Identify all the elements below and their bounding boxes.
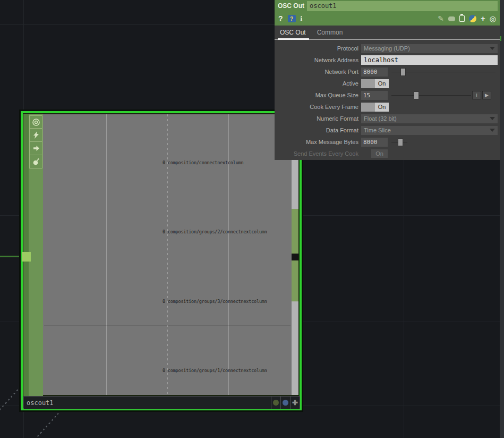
param-label[interactable]: Network Address (275, 57, 361, 63)
output-connector[interactable] (292, 254, 298, 260)
chevron-down-icon (490, 117, 495, 123)
param-label[interactable]: Max Message Bytes (275, 139, 361, 145)
toggle-state: On (375, 79, 389, 88)
viewer-grid-line (228, 114, 229, 395)
op-type-label: OSC Out (275, 2, 307, 10)
param-label[interactable]: Max Queue Size (275, 92, 361, 98)
chevron-down-icon (490, 129, 495, 134)
parameter-list: Protocol Messaging (UDP) Network Address… (275, 40, 500, 159)
viewer-active-flag[interactable] (29, 115, 42, 129)
network-port-slider[interactable] (391, 68, 496, 77)
network-port-field[interactable]: 8000 (361, 68, 388, 77)
param-label[interactable]: Protocol (275, 45, 361, 52)
scrollbar-tick (500, 36, 501, 41)
network-scrollbar[interactable] (500, 0, 504, 438)
node-name-field[interactable]: oscout1 (24, 399, 271, 407)
op-help-icon[interactable]: ? (288, 15, 296, 22)
node-comment-button[interactable] (280, 397, 290, 409)
info-icon[interactable]: i (301, 14, 303, 23)
param-label: Send Events Every Cook (275, 150, 361, 157)
python-mode-icon[interactable] (469, 15, 476, 22)
chop-viewer[interactable]: 0 composition/connectnextcolumn 0 compos… (43, 114, 292, 395)
slider-handle[interactable] (398, 138, 403, 146)
bullseye-icon (32, 118, 40, 127)
chevron-down-icon (490, 47, 495, 53)
channel-row: 0 composition/groups/1/connectnextcolumn (163, 368, 267, 373)
param-row-data-format: Data Format Time Slice (275, 124, 500, 136)
olive-dot-icon (273, 400, 279, 406)
param-row-network-port: Network Port 8000 (275, 66, 500, 78)
tab-common[interactable]: Common (317, 29, 343, 36)
integer-mode-button[interactable]: I (472, 91, 481, 99)
param-row-send-events-every-cook: Send Events Every Cook On (275, 148, 500, 159)
parameter-dialog: OSC Out oscout1 ? ? i ✎ + ◎ OSC Out Comm… (275, 0, 500, 160)
param-row-protocol: Protocol Messaging (UDP) (275, 43, 500, 54)
dialog-header: OSC Out oscout1 (275, 0, 500, 12)
slider-handle[interactable] (414, 91, 419, 99)
param-label[interactable]: Data Format (275, 127, 361, 133)
bypass-flag[interactable] (29, 155, 42, 169)
tab-osc-out[interactable]: OSC Out (280, 29, 306, 36)
cook-every-frame-toggle[interactable]: On (361, 103, 389, 112)
data-format-dropdown[interactable]: Time Slice (361, 126, 498, 135)
arrow-right-icon (32, 144, 40, 153)
param-label[interactable]: Active (275, 80, 361, 87)
toggle-slide[interactable] (361, 103, 375, 112)
comment-icon[interactable] (448, 16, 455, 21)
op-name-field[interactable]: oscout1 (307, 1, 498, 11)
viewer-grid-line (106, 114, 107, 395)
send-events-toggle-disabled: On (371, 149, 388, 158)
node-color-button[interactable] (271, 397, 280, 409)
max-queue-size-field[interactable]: 15 (361, 91, 388, 100)
channel-row: 0 composition/connectnextcolumn (163, 160, 243, 165)
viewer-cursor-line (167, 114, 168, 395)
non-default-filter-icon[interactable]: ◎ (490, 15, 496, 22)
toggle-state: On (375, 103, 389, 112)
max-message-bytes-field[interactable]: 8000 (361, 138, 388, 147)
input-connector[interactable] (22, 252, 31, 262)
numeric-format-dropdown[interactable]: Float (32 bit) (361, 114, 498, 123)
plus-icon: ✚ (292, 399, 298, 407)
param-row-active: Active On (275, 78, 500, 89)
max-message-bytes-slider[interactable] (391, 138, 407, 147)
copy-parameters-icon[interactable] (459, 15, 465, 22)
edit-comment-icon[interactable]: ✎ (438, 14, 444, 23)
cook-flag[interactable] (29, 129, 42, 142)
slider-handle[interactable] (400, 68, 406, 76)
param-row-network-address: Network Address localhost (275, 54, 500, 66)
node-flag-column (29, 114, 43, 396)
viewer-zero-line (44, 325, 291, 325)
active-tab-underline (278, 38, 309, 40)
param-row-max-queue-size: Max Queue Size 15 I ▶ (275, 89, 500, 101)
param-label[interactable]: Numeric Format (275, 115, 361, 122)
toggle-slide[interactable] (361, 79, 375, 88)
param-label[interactable]: Cook Every Frame (275, 104, 361, 110)
bomb-icon (32, 157, 40, 166)
network-address-field[interactable]: localhost (361, 55, 498, 65)
help-icon[interactable]: ? (278, 14, 283, 23)
node-add-button[interactable]: ✚ (290, 397, 300, 409)
param-label[interactable]: Network Port (275, 69, 361, 75)
tab-bar: OSC Out Common (275, 26, 500, 40)
dialog-toolbar: ? ? i ✎ + ◎ (275, 12, 500, 26)
expand-button[interactable]: ▶ (482, 91, 491, 99)
param-row-cook-every-frame: Cook Every Frame On (275, 101, 500, 113)
channel-row: 0 composition/groups/2/connectnextcolumn (163, 229, 267, 234)
lightning-icon (32, 131, 40, 139)
channel-row: 0 composition/groups/3/connectnextcolumn (163, 299, 267, 304)
add-icon[interactable]: + (481, 15, 485, 22)
param-row-max-message-bytes: Max Message Bytes 8000 (275, 136, 500, 148)
node-name-bar: oscout1 ✚ (23, 396, 300, 409)
max-queue-size-slider[interactable] (391, 91, 471, 100)
protocol-dropdown[interactable]: Messaging (UDP) (361, 44, 498, 53)
param-row-numeric-format: Numeric Format Float (32 bit) (275, 113, 500, 124)
blue-dot-icon (283, 400, 288, 406)
export-flag[interactable] (29, 142, 42, 155)
active-toggle[interactable]: On (361, 79, 389, 88)
